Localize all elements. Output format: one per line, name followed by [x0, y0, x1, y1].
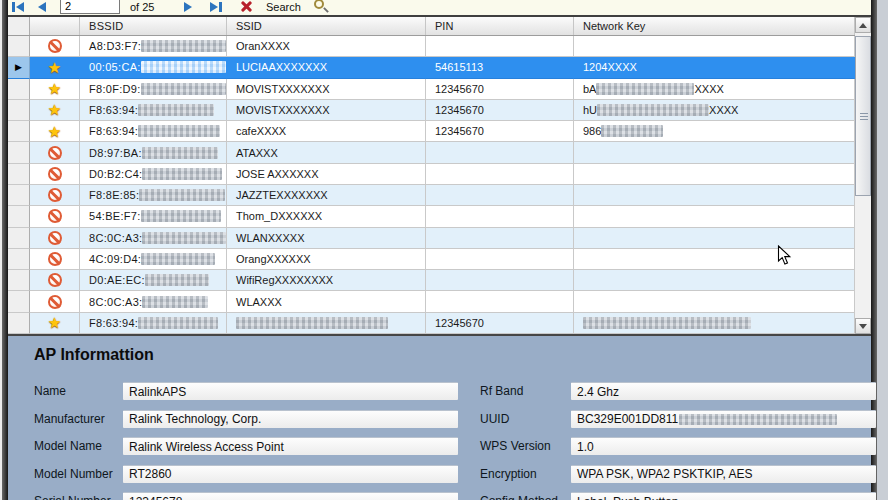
scroll-up-button[interactable] [855, 17, 871, 33]
table-row[interactable]: ▶★00:05:CA:LUCIAAXXXXXXX546151131204XXXX [8, 57, 855, 78]
cell-text: JAZZTEXXXXXXX [236, 189, 328, 201]
header-wps-status[interactable] [30, 17, 80, 35]
redacted-blur [138, 125, 220, 137]
field-value-box[interactable]: 2.4 Ghz [571, 382, 876, 400]
field-value: 12345678 [129, 495, 182, 500]
wps-status-cell [30, 142, 80, 163]
row-selector-cell[interactable]: ▶ [8, 57, 30, 78]
ssid-cell: WLAXXX [227, 291, 426, 312]
field-value-box[interactable]: RT2860 [123, 465, 458, 483]
table-row[interactable]: 8C:0C:A3:WLAXXX [8, 291, 855, 312]
first-record-button[interactable] [12, 1, 24, 13]
bssid-cell: 8C:0C:A3: [80, 228, 227, 249]
field-value-box[interactable]: RalinkAPS [123, 382, 458, 400]
table-row[interactable]: A8:D3:F7:OranXXXX [8, 36, 855, 57]
network-key-cell [574, 185, 855, 206]
record-number-input[interactable] [60, 0, 120, 14]
search-magnifier-icon[interactable] [314, 0, 324, 9]
row-selector-cell[interactable] [8, 121, 30, 142]
field-value-box[interactable]: 1.0 [571, 437, 876, 455]
table-row[interactable]: 8C:0C:A3:WLANXXXXX [8, 228, 855, 249]
redacted-blur [141, 61, 226, 73]
header-network-key[interactable]: Network Key [574, 17, 855, 35]
current-row-arrow: ▶ [15, 63, 22, 72]
previous-record-button[interactable] [38, 1, 46, 13]
row-selector-cell[interactable] [8, 164, 30, 185]
cell-text: 4C:09:D4: [89, 253, 141, 265]
ssid-cell: JOSE AXXXXXX [227, 164, 426, 185]
redacted-blur [601, 125, 663, 137]
row-selector-cell[interactable] [8, 206, 30, 227]
last-record-button[interactable] [210, 1, 222, 13]
cell-text: ATAXXX [236, 147, 278, 159]
bssid-cell: F8:0F:D9: [80, 79, 227, 100]
bssid-cell: 54:BE:F7: [80, 206, 227, 227]
row-selector-cell[interactable] [8, 228, 30, 249]
table-row[interactable]: D0:B2:C4:JOSE AXXXXXX [8, 164, 855, 185]
table-row[interactable]: ★F8:0F:D9:MOVISTXXXXXXX12345670bAXXXX [8, 79, 855, 100]
table-row[interactable]: 54:BE:F7:Thom_DXXXXXX [8, 206, 855, 227]
table-row[interactable]: D8:97:BA:ATAXXX [8, 142, 855, 163]
cell-text: WLANXXXXX [236, 232, 304, 244]
network-key-cell [574, 142, 855, 163]
header-pin[interactable]: PIN [426, 17, 574, 35]
table-row[interactable]: D0:AE:EC:WifiRegXXXXXXXX [8, 270, 855, 291]
redacted-blur [141, 40, 226, 52]
header-bssid[interactable]: BSSID [80, 17, 227, 35]
row-selector-cell[interactable] [8, 142, 30, 163]
field-label: Name [26, 384, 123, 398]
delete-record-button[interactable] [240, 0, 253, 13]
row-selector-cell[interactable] [8, 249, 30, 270]
field-label: WPS Version [472, 439, 571, 453]
field-value-box[interactable]: Ralink Wireless Access Point [123, 437, 458, 455]
field-value-box[interactable]: Ralink Technology, Corp. [123, 410, 458, 428]
star-icon: ★ [48, 81, 61, 96]
cell-text: D0:AE:EC: [89, 274, 145, 286]
scrollbar-thumb[interactable] [855, 36, 871, 196]
blocked-icon [48, 146, 62, 160]
row-selector-cell[interactable] [8, 313, 30, 334]
bssid-cell: D0:B2:C4: [80, 164, 227, 185]
scroll-up-icon [859, 23, 867, 28]
field-value-box[interactable]: BC329E001DD811 [571, 410, 876, 428]
next-record-button[interactable] [184, 1, 192, 13]
vertical-scrollbar[interactable] [855, 17, 871, 334]
wps-status-cell [30, 36, 80, 57]
row-selector-cell[interactable] [8, 270, 30, 291]
redacted-blur [596, 83, 694, 95]
header-ssid[interactable]: SSID [227, 17, 426, 35]
scrollbar-grip-icon [860, 113, 868, 122]
redacted-blur [142, 168, 222, 180]
table-row[interactable]: ★F8:63:94:MOVISTXXXXXXX12345670hUXXXX [8, 100, 855, 121]
ssid-cell [227, 313, 426, 334]
field-label: UUID [472, 412, 571, 426]
table-row[interactable]: ★F8:63:94:cafeXXXX12345670986 [8, 121, 855, 142]
pin-cell [426, 249, 574, 270]
field-value-box[interactable]: 12345678 [123, 492, 458, 500]
bssid-cell: D8:97:BA: [80, 142, 227, 163]
field-value-box[interactable]: WPA PSK, WPA2 PSKTKIP, AES [571, 465, 876, 483]
row-selector-cell[interactable] [8, 185, 30, 206]
bssid-cell: F8:63:94: [80, 100, 227, 121]
table-row[interactable]: 4C:09:D4:OrangXXXXXX [8, 249, 855, 270]
field-value: RalinkAPS [129, 385, 186, 399]
cell-text: XXXX [709, 104, 738, 116]
field-value-box[interactable]: Label, Push Button [571, 492, 876, 500]
ssid-cell: LUCIAAXXXXXXX [227, 57, 426, 78]
blocked-icon [48, 188, 62, 202]
row-selector-cell[interactable] [8, 100, 30, 121]
wps-status-cell: ★ [30, 121, 80, 142]
ssid-cell: Thom_DXXXXXX [227, 206, 426, 227]
table-row[interactable]: F8:8E:85:JAZZTEXXXXXXX [8, 185, 855, 206]
row-selector-cell[interactable] [8, 79, 30, 100]
row-selector-cell[interactable] [8, 291, 30, 312]
scroll-down-button[interactable] [855, 318, 871, 334]
record-count-label: of 25 [130, 1, 154, 13]
pin-cell [426, 164, 574, 185]
row-selector-cell[interactable] [8, 36, 30, 57]
network-key-cell [574, 164, 855, 185]
field-value: RT2860 [129, 467, 171, 481]
table-row[interactable]: ★F8:63:94:12345670 [8, 313, 855, 334]
cell-text: F8:63:94: [89, 104, 138, 116]
cell-text: OrangXXXXXX [236, 253, 311, 265]
